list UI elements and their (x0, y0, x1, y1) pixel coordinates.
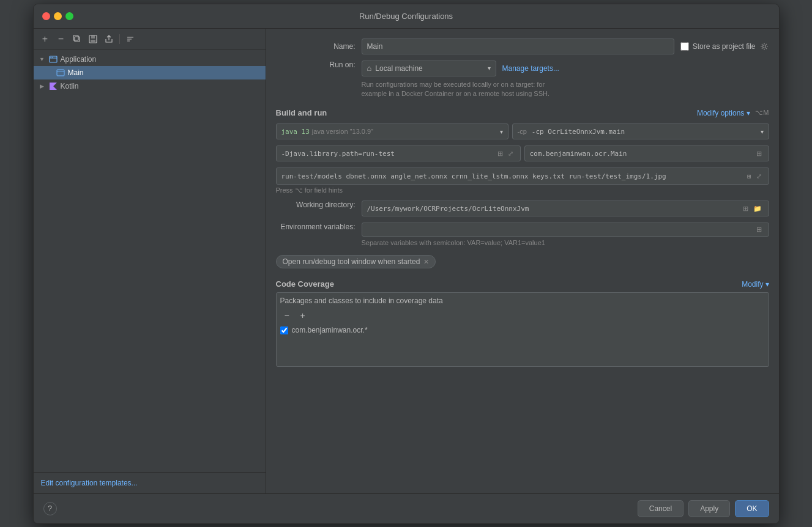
edit-templates-link-area: Edit configuration templates... (34, 472, 266, 493)
svg-rect-1 (73, 35, 78, 40)
working-directory-label: Working directory: (276, 201, 356, 209)
tree-toggle-application: ▼ (39, 56, 46, 62)
maximize-button[interactable] (65, 12, 73, 20)
program-args-icons: ⊞ ⤢ (745, 172, 764, 181)
coverage-item-checkbox[interactable] (280, 326, 288, 334)
title-bar: Run/Debug Configurations (34, 4, 779, 29)
footer: ? Cancel Apply OK (34, 493, 779, 523)
run-on-value: Local machine (375, 64, 422, 73)
application-icon (48, 54, 58, 64)
name-row: Name: Store as project file (276, 39, 769, 54)
main-class-icons: ⊞ (754, 149, 764, 158)
build-run-title: Build and run (276, 108, 327, 117)
coverage-toolbar: − + (280, 309, 765, 322)
program-args-external-icon[interactable]: ⤢ (754, 172, 764, 181)
run-on-hint-line1: Run configurations may be executed local… (362, 80, 769, 89)
store-gear-icon[interactable] (759, 42, 769, 51)
svg-point-10 (50, 56, 51, 57)
vm-options-field[interactable]: -Djava.library.path=run-test ⊞ ⤢ (276, 146, 521, 161)
application-label: Application (61, 55, 97, 64)
svg-rect-3 (91, 35, 95, 39)
modify-options-button[interactable]: Modify options ▾ (697, 109, 750, 117)
modify-options-shortcut: ⌥M (755, 109, 769, 117)
name-input[interactable] (362, 39, 674, 54)
env-vars-browse-icon[interactable]: ⊞ (754, 225, 764, 234)
vm-options-expand-icon[interactable]: ⊞ (496, 149, 505, 158)
coverage-header: Code Coverage Modify ▾ (276, 279, 769, 289)
coverage-remove-button[interactable]: − (280, 309, 294, 322)
run-on-hint-line2: example in a Docker Container or on a re… (362, 89, 769, 98)
vm-options-icons: ⊞ ⤢ (496, 149, 515, 158)
tree-item-kotlin[interactable]: ▶ Kotlin (34, 79, 266, 93)
save-config-button[interactable] (86, 32, 100, 46)
program-args-field[interactable]: run-test/models dbnet.onnx angle_net.onn… (276, 168, 769, 185)
svg-rect-0 (75, 37, 80, 42)
java-version-text: java version "13.0.9" (312, 128, 373, 135)
minimize-button[interactable] (54, 12, 62, 20)
edit-templates-link[interactable]: Edit configuration templates... (41, 479, 138, 487)
main-class-field[interactable]: com.benjaminwan.ocr.Main ⊞ (524, 146, 769, 161)
config-tree: ▼ Application (34, 50, 266, 472)
env-vars-label: Environment variables: (276, 223, 356, 231)
run-debug-dialog: Run/Debug Configurations + − (33, 4, 780, 524)
coverage-item: com.benjaminwan.ocr.* (280, 326, 765, 334)
classpath-value: -cp OcrLiteOnnxJvm.main (532, 128, 625, 136)
working-directory-row: Working directory: /Users/mywork/OCRProj… (276, 201, 769, 216)
vm-options-value: -Djava.library.path=run-test (281, 150, 395, 158)
coverage-title: Code Coverage (276, 279, 334, 289)
working-directory-input[interactable]: /Users/mywork/OCRProjects/OcrLiteOnnxJvm… (362, 201, 769, 216)
left-toolbar: + − (34, 29, 266, 50)
modify-options-chevron-icon: ▾ (747, 109, 750, 117)
name-label: Name: (276, 42, 356, 51)
svg-rect-4 (91, 40, 95, 42)
share-config-button[interactable] (102, 32, 116, 46)
kotlin-label: Kotlin (61, 82, 79, 90)
toolbar-separator (119, 34, 120, 44)
right-panel: Name: Store as project file Run on: (266, 29, 779, 493)
vm-options-external-icon[interactable]: ⤢ (506, 149, 515, 158)
sort-config-button[interactable] (124, 32, 137, 46)
coverage-modify-label: Modify (742, 280, 763, 289)
env-vars-icons: ⊞ (754, 225, 764, 234)
run-on-label: Run on: (276, 61, 356, 69)
tree-toggle-kotlin: ▶ (39, 83, 46, 89)
working-dir-browse-icon[interactable]: 📁 (751, 204, 764, 213)
footer-buttons: Cancel Apply OK (638, 500, 769, 517)
tree-item-application[interactable]: ▼ Application (34, 53, 266, 66)
run-on-dropdown[interactable]: ⌂ Local machine ▾ (362, 61, 496, 76)
java-chevron-icon: ▾ (500, 128, 503, 135)
apply-button[interactable]: Apply (688, 500, 730, 517)
svg-marker-14 (50, 83, 57, 90)
env-vars-row: Environment variables: ⊞ Separate variab… (276, 223, 769, 246)
main-run-icon (56, 68, 65, 78)
java-dropdown[interactable]: java 13 java version "13.0.9" ▾ (276, 123, 508, 139)
add-config-button[interactable]: + (39, 32, 52, 46)
manage-targets-link[interactable]: Manage targets... (502, 64, 559, 73)
kotlin-icon (48, 81, 58, 91)
ok-button[interactable]: OK (735, 500, 769, 517)
program-args-expand-icon[interactable]: ⊞ (745, 172, 753, 181)
main-class-browse-icon[interactable]: ⊞ (754, 149, 764, 158)
store-as-project-file-checkbox[interactable] (680, 42, 689, 51)
svg-point-11 (51, 56, 53, 57)
help-button[interactable]: ? (43, 502, 57, 515)
coverage-modify-button[interactable]: Modify ▾ (742, 280, 769, 289)
classpath-dropdown[interactable]: -cp -cp OcrLiteOnnxJvm.main ▾ (512, 123, 769, 139)
program-args-value: run-test/models dbnet.onnx angle_net.onn… (281, 172, 666, 180)
build-run-section-header: Build and run Modify options ▾ ⌥M (276, 108, 769, 117)
classpath-chevron-icon: ▾ (761, 128, 764, 135)
close-button[interactable] (42, 12, 50, 20)
remove-config-button[interactable]: − (54, 32, 68, 46)
traffic-lights (42, 12, 73, 20)
env-vars-input[interactable]: ⊞ (362, 223, 769, 237)
coverage-add-button[interactable]: + (296, 309, 310, 322)
tree-item-main[interactable]: Main (34, 66, 266, 79)
footer-left: ? (43, 502, 57, 515)
modify-options-label: Modify options (697, 109, 744, 117)
working-dir-macros-icon[interactable]: ⊞ (741, 204, 750, 213)
copy-config-button[interactable] (70, 32, 84, 46)
store-as-project-file-area: Store as project file (680, 42, 769, 51)
remove-tag-button[interactable]: ✕ (423, 258, 429, 266)
coverage-item-label: com.benjaminwan.ocr.* (292, 326, 368, 334)
cancel-button[interactable]: Cancel (638, 500, 683, 517)
